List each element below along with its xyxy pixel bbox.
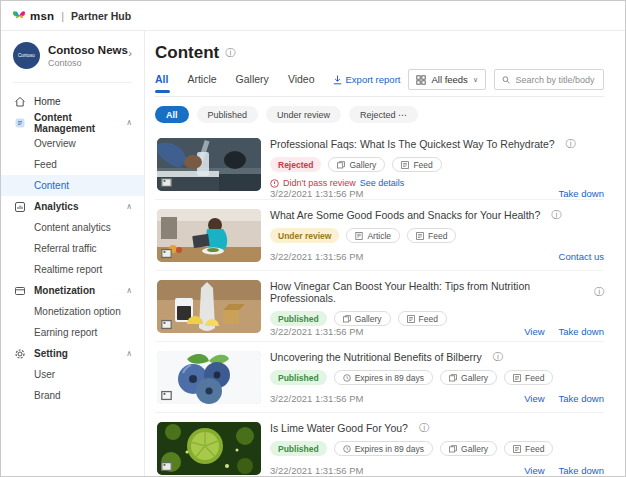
title-info-icon[interactable]: ⓘ (594, 287, 604, 297)
tab-gallery[interactable]: Gallery (236, 73, 269, 93)
analytics-icon (13, 200, 26, 213)
content-management-icon (13, 116, 26, 129)
tag-feed: Feed (504, 370, 553, 385)
search-input[interactable] (516, 75, 596, 85)
article-title[interactable]: How Vinegar Can Boost Your Health: Tips … (270, 280, 583, 304)
sidebar-item-brand[interactable]: Brand (1, 385, 144, 406)
filter-published[interactable]: Published (197, 106, 259, 123)
take-down-link[interactable]: Take down (559, 188, 604, 199)
msn-logo[interactable]: msn | Partner Hub (12, 9, 131, 22)
sidebar-group-analytics[interactable]: Analytics ∧ (1, 196, 144, 217)
sidebar-item-user[interactable]: User (1, 364, 144, 385)
sidebar-item-feed[interactable]: Feed (1, 154, 144, 175)
chevron-up-icon[interactable]: ∧ (126, 349, 132, 358)
top-bar: msn | Partner Hub (1, 1, 625, 31)
title-info-icon[interactable]: ⓘ (551, 210, 561, 220)
search-box[interactable] (494, 69, 604, 90)
title-info-icon[interactable]: ⓘ (419, 423, 429, 433)
sidebar-group-monetization[interactable]: Monetization ∧ (1, 280, 144, 301)
tag-gallery: Gallery (328, 157, 385, 172)
sidebar-group-setting[interactable]: Setting ∧ (1, 343, 144, 364)
sidebar-group-content-management[interactable]: Content Management ∧ (1, 112, 144, 133)
chevron-up-icon[interactable]: ∧ (126, 202, 132, 211)
status-badge: Under review (270, 228, 339, 243)
publisher-subtitle: Contoso (48, 58, 128, 68)
feed-icon (407, 315, 415, 323)
product-name: Partner Hub (71, 10, 131, 22)
article-title[interactable]: Professional Faqs: What Is The Quickest … (270, 138, 555, 150)
sidebar-item-earning-report[interactable]: Earning report (1, 322, 144, 343)
tag-gallery: Gallery (440, 441, 497, 456)
error-icon (270, 179, 279, 188)
main-content: Content ⓘ All Article Gallery Video Expo… (146, 31, 625, 476)
gallery-icon (343, 315, 351, 323)
article-thumbnail[interactable] (157, 138, 261, 191)
gallery-indicator-icon (161, 320, 172, 329)
page-title: Content (155, 43, 219, 63)
publish-date: 3/22/2021 1:31:56 PM (270, 465, 364, 476)
sidebar-item-overview[interactable]: Overview (1, 133, 144, 154)
title-info-icon[interactable]: ⓘ (493, 352, 503, 362)
article-thumbnail[interactable] (157, 280, 261, 333)
content-row: Is Lime Water Good For You?ⓘ Published E… (155, 413, 604, 476)
view-link[interactable]: View (524, 326, 544, 337)
clock-icon (343, 374, 351, 382)
sidebar-item-label: Home (34, 96, 61, 107)
take-down-link[interactable]: Take down (559, 465, 604, 476)
tag-gallery: Gallery (334, 311, 391, 326)
article-title[interactable]: Uncovering the Nutritional Benefits of B… (270, 351, 482, 363)
content-row: What Are Some Good Foods and Snacks for … (155, 200, 604, 271)
gallery-indicator-icon (161, 178, 172, 187)
publisher-profile[interactable]: Contoso Contoso News Contoso › (1, 31, 144, 78)
take-down-link[interactable]: Take down (559, 393, 604, 404)
sidebar-item-content[interactable]: Content (1, 175, 144, 196)
content-list: Professional Faqs: What Is The Quickest … (155, 129, 604, 476)
article-title[interactable]: Is Lime Water Good For You? (270, 422, 408, 434)
sidebar-item-content-analytics[interactable]: Content analytics (1, 217, 144, 238)
sidebar-item-home[interactable]: Home (1, 91, 144, 112)
tag-feed: Feed (407, 228, 456, 243)
sidebar-item-realtime-report[interactable]: Realtime report (1, 259, 144, 280)
setting-icon (13, 347, 26, 360)
take-down-link[interactable]: Take down (559, 326, 604, 337)
sidebar-item-referral-traffic[interactable]: Referral traffic (1, 238, 144, 259)
filter-rejected[interactable]: Rejected ⋯ (349, 106, 418, 123)
export-report-button[interactable]: Export report (333, 74, 401, 85)
title-info-icon[interactable]: ⓘ (566, 139, 576, 149)
tab-video[interactable]: Video (288, 73, 315, 93)
sidebar-item-monetization-option[interactable]: Monetization option (1, 301, 144, 322)
publish-date: 3/22/2021 1:31:56 PM (270, 393, 364, 404)
chevron-up-icon[interactable]: ∧ (126, 286, 132, 295)
status-badge: Rejected (270, 157, 321, 172)
contact-us-link[interactable]: Contact us (559, 251, 604, 262)
download-icon (333, 75, 342, 85)
partner-hub-window: msn | Partner Hub Contoso Contoso News C… (0, 0, 626, 477)
tag-gallery: Gallery (440, 370, 497, 385)
status-badge: Published (270, 311, 327, 326)
see-details-link[interactable]: See details (360, 178, 405, 188)
clock-icon (343, 445, 351, 453)
tab-all[interactable]: All (155, 73, 168, 93)
article-thumbnail[interactable] (157, 422, 261, 475)
publish-date: 3/22/2021 1:31:56 PM (270, 326, 364, 337)
article-icon (355, 232, 363, 240)
sidebar: Contoso Contoso News Contoso › Home Cont… (1, 31, 145, 476)
article-thumbnail[interactable] (157, 351, 261, 404)
article-title[interactable]: What Are Some Good Foods and Snacks for … (270, 209, 540, 221)
filter-all[interactable]: All (155, 106, 189, 123)
tab-article[interactable]: Article (187, 73, 216, 93)
feed-icon (401, 161, 409, 169)
page-info-icon[interactable]: ⓘ (225, 48, 235, 58)
article-thumbnail[interactable] (157, 209, 261, 262)
tag-feed: Feed (398, 311, 447, 326)
view-link[interactable]: View (524, 465, 544, 476)
all-feeds-dropdown[interactable]: All feeds ∨ (408, 69, 486, 90)
chevron-up-icon[interactable]: ∧ (126, 118, 132, 127)
feed-icon (513, 374, 521, 382)
filter-under-review[interactable]: Under review (266, 106, 341, 123)
profile-chevron-icon[interactable]: › (128, 47, 132, 59)
tag-feed: Feed (504, 441, 553, 456)
view-link[interactable]: View (524, 393, 544, 404)
gallery-icon (337, 161, 345, 169)
status-badge: Published (270, 370, 327, 385)
